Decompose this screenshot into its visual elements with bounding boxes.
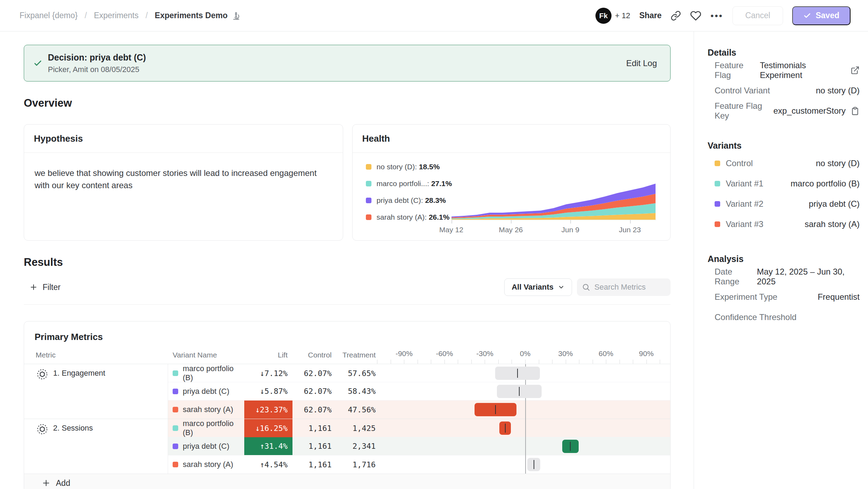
sidebar-row-value: no story (D) (816, 86, 860, 95)
plus-icon (42, 479, 51, 488)
table-row[interactable]: marco portfolio (B)↓16.25%1,1611,425 (168, 419, 670, 437)
metric-group: 1. Engagementmarco portfolio (B)↓7.12%62… (24, 364, 670, 419)
axis-tick-label: 30% (558, 349, 573, 358)
x-axis-tick (630, 220, 631, 224)
avatar[interactable]: Fk (595, 8, 612, 24)
saved-button[interactable]: Saved (792, 6, 851, 25)
ci-cell (378, 419, 670, 437)
ci-bar (527, 458, 540, 471)
table-row[interactable]: sarah story (A)↑4.54%1,1611,716 (168, 455, 670, 474)
column-header-metric: Metric (24, 351, 168, 359)
cancel-button[interactable]: Cancel (732, 6, 783, 25)
table-row[interactable]: sarah story (A)↓23.37%62.07%47.56% (168, 401, 670, 419)
ci-point-mark (519, 387, 520, 396)
x-axis-tick (511, 220, 512, 224)
more-options-icon[interactable]: ••• (710, 11, 723, 20)
legend-swatch-icon (366, 214, 371, 220)
sidebar-row-value: marco portfolio (B) (791, 179, 860, 189)
variants-dropdown-value: All Variants (512, 283, 554, 292)
table-row[interactable]: priya debt (C)↑31.4%1,1612,341 (168, 437, 670, 455)
variant-swatch-icon (173, 370, 178, 376)
plus-icon (29, 283, 38, 291)
overview-cards: Hypothesis we believe that showing custo… (24, 124, 671, 241)
ci-cell (378, 382, 670, 400)
legend-item: sarah story (A): 26.1% (366, 209, 452, 226)
clipboard-icon[interactable] (851, 106, 860, 115)
axis-minor-tick (606, 360, 606, 364)
table-row[interactable]: marco portfolio (B)↓7.12%62.07%57.65% (168, 364, 670, 382)
legend-item: priya debt (C): 28.3% (366, 192, 452, 209)
share-button[interactable]: Share (639, 11, 661, 20)
table-row[interactable]: priya debt (C)↓5.87%62.07%58.43% (168, 382, 670, 401)
axis-minor-tick (525, 360, 526, 364)
legend-value: 27.1% (431, 179, 452, 187)
ci-bar (497, 385, 542, 398)
overview-heading: Overview (24, 96, 671, 110)
zero-baseline (525, 364, 526, 474)
axis-minor-tick (579, 360, 579, 364)
breadcrumb-project[interactable]: Fixpanel {demo} (20, 11, 78, 20)
sidebar-row-label: Feature Flag Key (715, 101, 773, 121)
sidebar-row-label: Experiment Type (715, 292, 777, 302)
sidebar-row-value-text: priya debt (C) (809, 199, 860, 209)
collaborators-count[interactable]: + 12 (615, 11, 630, 20)
sidebar-row-value-text: exp_customerStory (773, 106, 846, 116)
lift-cell: ↓23.37% (244, 401, 292, 419)
ci-point-mark (534, 460, 534, 469)
health-chart: May 12May 26Jun 9Jun 23 (451, 184, 656, 220)
axis-tick-label: -90% (396, 349, 413, 358)
axis-minor-tick (593, 360, 593, 364)
x-axis-label: Jun 23 (619, 226, 641, 234)
ci-point-mark (570, 442, 571, 451)
legend-swatch-icon (366, 198, 371, 203)
lift-cell: ↑31.4% (244, 437, 292, 455)
legend-label: no story (D): 18.5% (377, 163, 440, 171)
decision-title: Decision: priya debt (C) (48, 52, 146, 63)
detail-row: Control Variantno story (D) (708, 80, 860, 101)
sidebar-row-value-text: May 12, 2025 – Jun 30, 2025 (757, 267, 860, 286)
variant-name: sarah story (A) (183, 405, 233, 414)
variants-dropdown[interactable]: All Variants (504, 278, 572, 296)
add-filter-button[interactable]: Filter (24, 283, 60, 292)
analysis-row: Confidence Threshold (708, 307, 860, 327)
external-link-icon[interactable] (851, 66, 860, 75)
ci-bar (499, 421, 511, 435)
legend-label: priya debt (C): 28.3% (377, 196, 446, 205)
variant-name: sarah story (A) (183, 460, 233, 469)
breadcrumb-experiments[interactable]: Experiments (94, 11, 139, 20)
breadcrumb-separator: / (85, 11, 87, 20)
breadcrumb-current: Experiments Demo (155, 11, 241, 20)
hypothesis-title: Hypothesis (24, 125, 343, 153)
column-header-lift: Lift (244, 351, 292, 359)
primary-metrics-card: Primary Metrics Metric Variant Name Lift… (24, 321, 671, 489)
search-metrics-input[interactable] (594, 282, 666, 292)
sidebar-row-value: Frequentist (818, 292, 860, 302)
variants-rows: Controlno story (D)Variant #1marco portf… (708, 153, 860, 234)
variants-heading: Variants (708, 139, 860, 152)
sidebar-row-value-text: Testimonials Experiment (760, 61, 846, 80)
control-cell: 62.07% (292, 382, 337, 400)
sidebar-row-label: Control Variant (715, 86, 770, 95)
lift-badge: ↓23.37% (244, 401, 292, 419)
favorite-heart-icon[interactable] (690, 10, 701, 21)
sidebar-row-label: Feature Flag (715, 61, 760, 80)
copy-link-icon[interactable] (671, 10, 681, 21)
variant-swatch-icon (715, 201, 720, 207)
edit-log-button[interactable]: Edit Log (626, 58, 657, 68)
treatment-cell: 2,341 (337, 437, 378, 455)
x-axis-tick (570, 220, 571, 224)
saved-label: Saved (816, 11, 839, 20)
sidebar-row-value-text: no story (D) (816, 158, 860, 168)
health-body: no story (D): 18.5%marco portfoli...: 27… (353, 153, 671, 241)
add-metric-button[interactable]: Add (24, 474, 670, 489)
primary-metrics-table-body: 1. Engagementmarco portfolio (B)↓7.12%62… (24, 364, 670, 474)
variant-swatch-icon (715, 221, 720, 227)
health-legend: no story (D): 18.5%marco portfoli...: 27… (366, 158, 452, 226)
ci-point-mark (505, 424, 506, 433)
axis-tick-label: -30% (476, 349, 493, 358)
metric-group: 2. Sessionsmarco portfolio (B)↓16.25%1,1… (24, 419, 670, 474)
sidebar-row-label: Control (726, 158, 753, 168)
axis-minor-tick (458, 360, 458, 364)
variant-name-cell: sarah story (A) (168, 455, 244, 474)
page-title: Experiments Demo (155, 11, 227, 20)
